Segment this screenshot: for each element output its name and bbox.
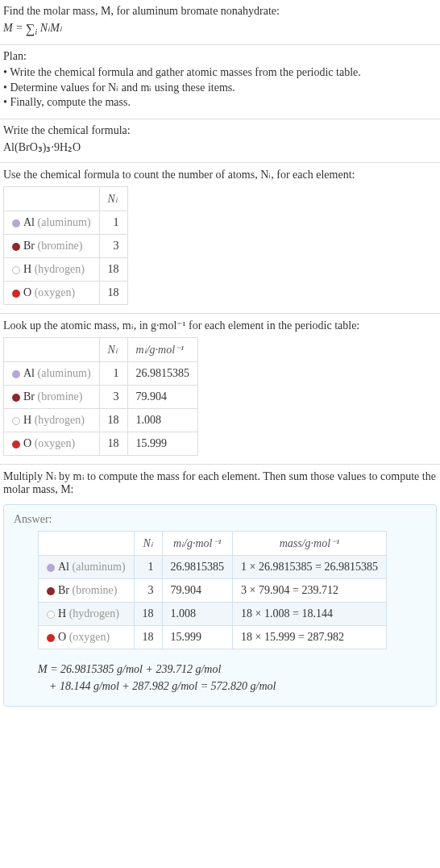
element-swatch-icon: [47, 611, 55, 619]
element-swatch-icon: [47, 587, 55, 595]
header-mass: mass/g·mol⁻¹: [233, 531, 387, 555]
count-title: Use the chemical formula to count the nu…: [3, 168, 437, 182]
element-cell: Al (aluminum): [4, 211, 100, 234]
mi-value: 79.904: [162, 578, 233, 602]
header-ni: Nᵢ: [99, 186, 127, 211]
element-name: (bromine): [73, 584, 118, 596]
plan-bullets: • Write the chemical formula and gather …: [3, 66, 437, 109]
mi-value: 26.9815385: [127, 361, 198, 385]
answer-table: Nᵢ mᵢ/g·mol⁻¹ mass/g·mol⁻¹ Al (aluminum)…: [38, 531, 387, 649]
mi-value: 15.999: [162, 625, 233, 649]
element-swatch-icon: [12, 440, 20, 449]
element-symbol: Br: [23, 390, 35, 403]
ni-value: 18: [99, 408, 127, 432]
table-row: Al (aluminum) 1 26.9815385: [4, 361, 198, 385]
element-cell: H (hydrogen): [4, 257, 100, 281]
element-name: (oxygen): [35, 286, 76, 298]
element-symbol: O: [58, 631, 66, 643]
element-cell: H (hydrogen): [4, 408, 100, 432]
ni-value: 18: [99, 432, 127, 455]
element-symbol: H: [23, 414, 31, 426]
mi-value: 1.008: [127, 408, 198, 432]
answer-label: Answer:: [14, 513, 426, 526]
table-header-row: Nᵢ: [4, 186, 128, 211]
table-row: H (hydrogen) 18: [4, 257, 128, 281]
header-mi: mᵢ/g·mol⁻¹: [127, 337, 198, 361]
element-name: (bromine): [38, 390, 83, 403]
element-symbol: Al: [58, 561, 69, 573]
mi-value: 26.9815385: [162, 555, 233, 578]
element-swatch-icon: [12, 243, 20, 251]
mi-value: 79.904: [127, 385, 198, 408]
masses-title: Look up the atomic mass, mᵢ, in g·mol⁻¹ …: [3, 319, 437, 332]
table-header-row: Nᵢ mᵢ/g·mol⁻¹ mass/g·mol⁻¹: [39, 531, 387, 555]
multiply-text: Multiply Nᵢ by mᵢ to compute the mass fo…: [3, 469, 437, 496]
element-swatch-icon: [47, 564, 55, 572]
element-name: (aluminum): [38, 216, 91, 228]
element-symbol: Br: [23, 240, 35, 252]
ni-value: 18: [99, 257, 127, 281]
ni-value: 1: [99, 361, 127, 385]
table-row: O (oxygen) 18 15.999 18 × 15.999 = 287.9…: [39, 625, 387, 649]
element-name: (aluminum): [73, 561, 126, 573]
empty-header: [39, 531, 135, 555]
element-symbol: O: [23, 286, 31, 298]
plan-bullet-2: • Determine values for Nᵢ and mᵢ using t…: [3, 81, 437, 94]
intro-text: Find the molar mass, M, for aluminum bro…: [3, 5, 437, 18]
final-equation: M = 26.9815385 g/mol + 239.712 g/mol + 1…: [38, 661, 426, 695]
ni-value: 1: [99, 211, 127, 234]
element-swatch-icon: [12, 290, 20, 298]
chem-formula-section: Write the chemical formula: Al(BrO₃)₃·9H…: [0, 119, 440, 163]
eq-right: NᵢMᵢ: [37, 22, 62, 34]
element-name: (hydrogen): [35, 263, 85, 275]
final-line-1: M = 26.9815385 g/mol + 239.712 g/mol: [38, 661, 426, 678]
element-cell: O (oxygen): [4, 432, 100, 455]
eq-left: M =: [3, 22, 26, 34]
answer-box: Answer: Nᵢ mᵢ/g·mol⁻¹ mass/g·mol⁻¹ Al (a…: [3, 504, 437, 707]
plan-section: Plan: • Write the chemical formula and g…: [0, 45, 440, 119]
plan-bullet-3: • Finally, compute the mass.: [3, 96, 437, 109]
intro-section: Find the molar mass, M, for aluminum bro…: [0, 0, 440, 45]
mass-value: 18 × 1.008 = 18.144: [233, 602, 387, 625]
mi-value: 1.008: [162, 602, 233, 625]
empty-header: [4, 186, 100, 211]
ni-value: 3: [99, 234, 127, 257]
element-cell: O (oxygen): [39, 625, 135, 649]
table-row: Br (bromine) 3 79.904 3 × 79.904 = 239.7…: [39, 578, 387, 602]
mass-value: 1 × 26.9815385 = 26.9815385: [233, 555, 387, 578]
mass-value: 18 × 15.999 = 287.982: [233, 625, 387, 649]
plan-bullet-1: • Write the chemical formula and gather …: [3, 66, 437, 79]
element-name: (hydrogen): [69, 607, 119, 620]
element-cell: H (hydrogen): [39, 602, 135, 625]
element-symbol: Br: [58, 584, 69, 596]
header-mi: mᵢ/g·mol⁻¹: [162, 531, 233, 555]
header-ni: Nᵢ: [134, 531, 162, 555]
empty-header: [4, 337, 100, 361]
masses-section: Look up the atomic mass, mᵢ, in g·mol⁻¹ …: [0, 314, 440, 465]
element-name: (aluminum): [38, 367, 91, 379]
header-ni: Nᵢ: [99, 337, 127, 361]
element-name: (oxygen): [69, 631, 110, 643]
element-symbol: O: [23, 437, 31, 449]
table-row: Br (bromine) 3 79.904: [4, 385, 198, 408]
table-row: H (hydrogen) 18 1.008 18 × 1.008 = 18.14…: [39, 602, 387, 625]
element-cell: O (oxygen): [4, 281, 100, 304]
element-cell: Br (bromine): [39, 578, 135, 602]
masses-table: Nᵢ mᵢ/g·mol⁻¹ Al (aluminum) 1 26.9815385…: [3, 337, 198, 456]
element-name: (hydrogen): [35, 414, 85, 426]
element-swatch-icon: [12, 394, 20, 402]
table-row: Al (aluminum) 1 26.9815385 1 × 26.981538…: [39, 555, 387, 578]
ni-value: 3: [99, 385, 127, 408]
final-line-2: + 18.144 g/mol + 287.982 g/mol = 572.820…: [38, 678, 426, 695]
element-swatch-icon: [12, 266, 20, 274]
table-row: H (hydrogen) 18 1.008: [4, 408, 198, 432]
ni-value: 3: [134, 578, 162, 602]
element-cell: Al (aluminum): [39, 555, 135, 578]
ni-value: 18: [134, 625, 162, 649]
element-cell: Br (bromine): [4, 385, 100, 408]
ni-value: 18: [99, 281, 127, 304]
mi-value: 15.999: [127, 432, 198, 455]
result-section: Multiply Nᵢ by mᵢ to compute the mass fo…: [0, 465, 440, 715]
element-name: (oxygen): [35, 437, 76, 449]
table-row: O (oxygen) 18 15.999: [4, 432, 198, 455]
